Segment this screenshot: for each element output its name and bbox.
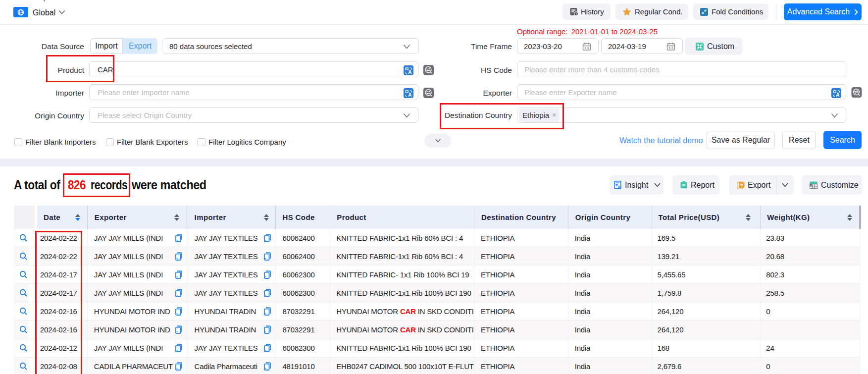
svg-text:A: A xyxy=(408,92,411,98)
svg-text:A: A xyxy=(836,92,839,98)
svg-text:BI: BI xyxy=(618,185,621,189)
svg-text:A: A xyxy=(408,69,411,75)
